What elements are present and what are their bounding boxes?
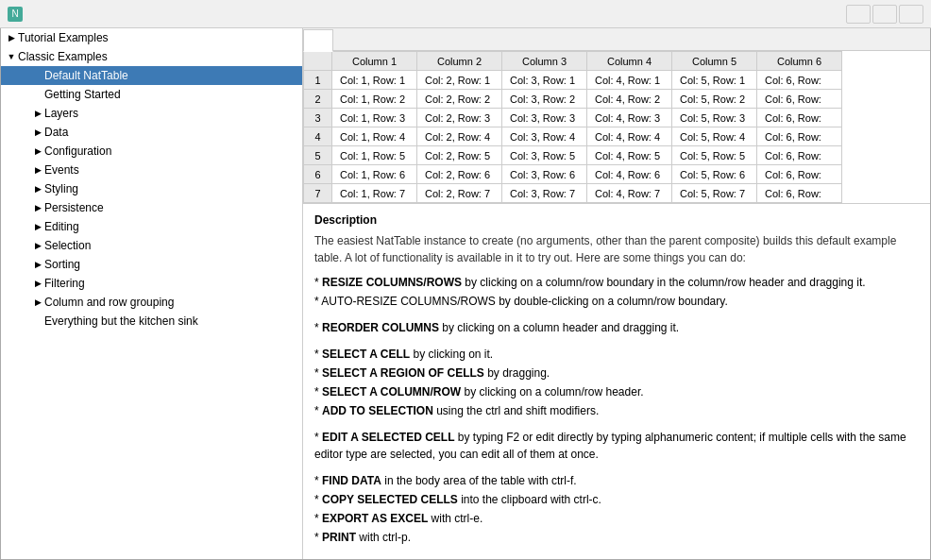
table-col-header-2[interactable]: Column 2 bbox=[417, 52, 502, 71]
sidebar-item-filtering[interactable]: ▶Filtering bbox=[1, 274, 302, 293]
table-corner-header bbox=[304, 52, 332, 71]
table-cell-r0-c5[interactable]: Col: 6, Row: bbox=[757, 71, 842, 90]
sidebar-label-configuration: Configuration bbox=[44, 142, 298, 161]
table-cell-r2-c4[interactable]: Col: 5, Row: 3 bbox=[672, 109, 757, 127]
table-cell-r1-c4[interactable]: Col: 5, Row: 2 bbox=[672, 90, 757, 109]
table-cell-r6-c1[interactable]: Col: 2, Row: 7 bbox=[417, 184, 502, 203]
sidebar-label-styling: Styling bbox=[44, 179, 298, 198]
table-cell-r4-c5[interactable]: Col: 6, Row: bbox=[757, 146, 842, 165]
table-col-header-5[interactable]: Column 5 bbox=[672, 52, 757, 71]
table-cell-r5-c0[interactable]: Col: 1, Row: 6 bbox=[332, 165, 417, 184]
table-row: 5Col: 1, Row: 5Col: 2, Row: 5Col: 3, Row… bbox=[304, 146, 842, 165]
table-cell-r1-c5[interactable]: Col: 6, Row: bbox=[757, 90, 842, 109]
sidebar-item-persistence[interactable]: ▶Persistence bbox=[1, 198, 302, 217]
table-cell-r0-c4[interactable]: Col: 5, Row: 1 bbox=[672, 71, 757, 90]
sidebar-item-styling[interactable]: ▶Styling bbox=[1, 179, 302, 198]
table-cell-r4-c4[interactable]: Col: 5, Row: 5 bbox=[672, 146, 757, 165]
table-cell-r5-c3[interactable]: Col: 4, Row: 6 bbox=[587, 165, 672, 184]
description-spacer bbox=[314, 421, 919, 427]
table-cell-r4-c2[interactable]: Col: 3, Row: 5 bbox=[502, 146, 587, 165]
table-cell-r2-c2[interactable]: Col: 3, Row: 3 bbox=[502, 109, 587, 127]
table-cell-r6-c3[interactable]: Col: 4, Row: 7 bbox=[587, 184, 672, 203]
sidebar-item-events[interactable]: ▶Events bbox=[1, 161, 302, 179]
table-cell-r2-c0[interactable]: Col: 1, Row: 3 bbox=[332, 109, 417, 127]
minimize-button[interactable] bbox=[846, 5, 871, 24]
sidebar-item-getting-started[interactable]: Getting Started bbox=[1, 85, 302, 104]
table-cell-r4-c1[interactable]: Col: 2, Row: 5 bbox=[417, 146, 502, 165]
table-cell-r3-c5[interactable]: Col: 6, Row: bbox=[757, 127, 842, 146]
tree-arrow-selection: ▶ bbox=[31, 236, 44, 255]
table-cell-r0-c2[interactable]: Col: 3, Row: 1 bbox=[502, 71, 587, 90]
table-cell-r4-c3[interactable]: Col: 4, Row: 5 bbox=[587, 146, 672, 165]
table-cell-r1-c3[interactable]: Col: 4, Row: 2 bbox=[587, 90, 672, 109]
table-cell-r1-c2[interactable]: Col: 3, Row: 2 bbox=[502, 90, 587, 109]
table-cell-r5-c2[interactable]: Col: 3, Row: 6 bbox=[502, 165, 587, 184]
view-source-link[interactable]: View source bbox=[314, 555, 376, 559]
main-container: ▶Tutorial Examples▼Classic ExamplesDefau… bbox=[0, 28, 931, 560]
sidebar-item-default-nattable[interactable]: Default NatTable bbox=[1, 66, 302, 85]
table-cell-r6-c2[interactable]: Col: 3, Row: 7 bbox=[502, 184, 587, 203]
table-row-header-2[interactable]: 3 bbox=[304, 109, 332, 127]
sidebar-label-everything: Everything but the kitchen sink bbox=[44, 312, 298, 331]
sidebar: ▶Tutorial Examples▼Classic ExamplesDefau… bbox=[1, 28, 303, 559]
close-button[interactable] bbox=[899, 5, 923, 24]
table-row-header-1[interactable]: 2 bbox=[304, 90, 332, 109]
table-cell-r0-c0[interactable]: Col: 1, Row: 1 bbox=[332, 71, 417, 90]
table-col-header-4[interactable]: Column 4 bbox=[587, 52, 672, 71]
sidebar-item-data[interactable]: ▶Data bbox=[1, 123, 302, 142]
table-cell-r5-c5[interactable]: Col: 6, Row: bbox=[757, 165, 842, 184]
table-cell-r2-c1[interactable]: Col: 2, Row: 3 bbox=[417, 109, 502, 127]
table-row: 7Col: 1, Row: 7Col: 2, Row: 7Col: 3, Row… bbox=[304, 184, 842, 203]
table-cell-r2-c3[interactable]: Col: 4, Row: 3 bbox=[587, 109, 672, 127]
maximize-button[interactable] bbox=[872, 5, 897, 24]
sidebar-label-data: Data bbox=[44, 123, 298, 142]
sidebar-item-everything[interactable]: Everything but the kitchen sink bbox=[1, 312, 302, 331]
sidebar-item-column-row-grouping[interactable]: ▶Column and row grouping bbox=[1, 293, 302, 312]
table-cell-r3-c4[interactable]: Col: 5, Row: 4 bbox=[672, 127, 757, 146]
sidebar-item-configuration[interactable]: ▶Configuration bbox=[1, 142, 302, 161]
table-cell-r5-c1[interactable]: Col: 2, Row: 6 bbox=[417, 165, 502, 184]
table-cell-r0-c3[interactable]: Col: 4, Row: 1 bbox=[587, 71, 672, 90]
table-row-header-5[interactable]: 6 bbox=[304, 165, 332, 184]
table-scroll-wrapper[interactable]: Column 1Column 2Column 3Column 4Column 5… bbox=[303, 51, 930, 204]
tree-arrow-data: ▶ bbox=[31, 123, 44, 142]
description-line-1: * AUTO-RESIZE COLUMNS/ROWS by double-cli… bbox=[314, 293, 919, 310]
table-cell-r6-c0[interactable]: Col: 1, Row: 7 bbox=[332, 184, 417, 203]
table-row-header-4[interactable]: 5 bbox=[304, 146, 332, 165]
table-cell-r6-c4[interactable]: Col: 5, Row: 7 bbox=[672, 184, 757, 203]
description-line-3: * REORDER COLUMNS by clicking on a colum… bbox=[314, 319, 919, 336]
sidebar-item-classic-examples[interactable]: ▼Classic Examples bbox=[1, 47, 302, 66]
table-row-header-6[interactable]: 7 bbox=[304, 184, 332, 203]
table-cell-r4-c0[interactable]: Col: 1, Row: 5 bbox=[332, 146, 417, 165]
table-cell-r5-c4[interactable]: Col: 5, Row: 6 bbox=[672, 165, 757, 184]
tab-default-nattable[interactable] bbox=[303, 29, 333, 52]
table-col-header-6[interactable]: Column 6 bbox=[757, 52, 842, 71]
tree-arrow-editing: ▶ bbox=[31, 217, 44, 236]
table-cell-r2-c5[interactable]: Col: 6, Row: bbox=[757, 109, 842, 127]
sidebar-item-selection[interactable]: ▶Selection bbox=[1, 236, 302, 255]
table-cell-r0-c1[interactable]: Col: 2, Row: 1 bbox=[417, 71, 502, 90]
table-row: 6Col: 1, Row: 6Col: 2, Row: 6Col: 3, Row… bbox=[304, 165, 842, 184]
tree-arrow-events: ▶ bbox=[31, 161, 44, 179]
sidebar-label-column-row-grouping: Column and row grouping bbox=[44, 293, 298, 312]
description-line-13: * COPY SELECTED CELLS into the clipboard… bbox=[314, 491, 919, 508]
table-cell-r1-c1[interactable]: Col: 2, Row: 2 bbox=[417, 90, 502, 109]
sidebar-label-selection: Selection bbox=[44, 236, 298, 255]
table-col-header-1[interactable]: Column 1 bbox=[332, 52, 417, 71]
table-container[interactable]: Column 1Column 2Column 3Column 4Column 5… bbox=[303, 51, 930, 203]
table-cell-r3-c1[interactable]: Col: 2, Row: 4 bbox=[417, 127, 502, 146]
table-row-header-3[interactable]: 4 bbox=[304, 127, 332, 146]
sidebar-item-editing[interactable]: ▶Editing bbox=[1, 217, 302, 236]
table-cell-r3-c2[interactable]: Col: 3, Row: 4 bbox=[502, 127, 587, 146]
sidebar-item-tutorial-examples[interactable]: ▶Tutorial Examples bbox=[1, 28, 302, 47]
table-cell-r3-c3[interactable]: Col: 4, Row: 4 bbox=[587, 127, 672, 146]
sidebar-item-sorting[interactable]: ▶Sorting bbox=[1, 255, 302, 274]
table-cell-r1-c0[interactable]: Col: 1, Row: 2 bbox=[332, 90, 417, 109]
table-cell-r6-c5[interactable]: Col: 6, Row: bbox=[757, 184, 842, 203]
description-title: Description bbox=[314, 212, 919, 229]
table-row-header-0[interactable]: 1 bbox=[304, 71, 332, 90]
table-col-header-3[interactable]: Column 3 bbox=[502, 52, 587, 71]
sidebar-item-layers[interactable]: ▶Layers bbox=[1, 104, 302, 123]
table-cell-r3-c0[interactable]: Col: 1, Row: 4 bbox=[332, 127, 417, 146]
sidebar-label-editing: Editing bbox=[44, 217, 298, 236]
